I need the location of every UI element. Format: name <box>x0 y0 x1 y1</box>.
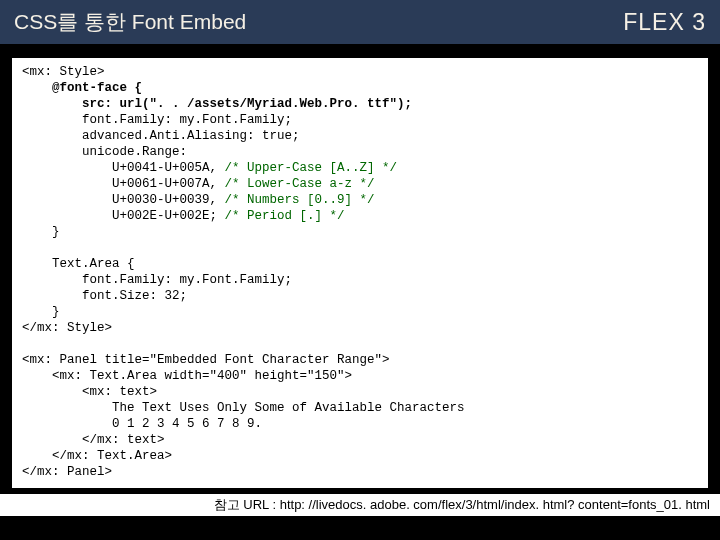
code-line: </mx: Text.Area> <box>52 449 172 463</box>
reference-url: 참고 URL : http: //livedocs. adobe. com/fl… <box>0 494 720 516</box>
code-line: <mx: Panel title="Embedded Font Characte… <box>22 353 390 367</box>
slide-header: CSS를 통한 Font Embed FLEX 3 <box>0 0 720 44</box>
code-line: </mx: Style> <box>22 321 112 335</box>
code-line: unicode.Range: <box>82 145 187 159</box>
code-line: } <box>52 305 60 319</box>
code-line: . . /assets/Myriad.Web.Pro. ttf" <box>157 97 397 111</box>
code-line: U+0030-U+0039, <box>112 193 217 207</box>
code-line: U+0041-U+005A, <box>112 161 217 175</box>
brand-label: FLEX 3 <box>623 9 706 36</box>
code-line: <mx: text> <box>82 385 157 399</box>
code-line: font.Family: my.Font.Family; <box>82 273 292 287</box>
code-block: <mx: Style> @font-face { src: url(". . /… <box>10 56 710 490</box>
code-line: src: url(" <box>82 97 157 111</box>
code-line: </mx: text> <box>82 433 165 447</box>
code-line: Text.Area { <box>52 257 135 271</box>
code-line: @font-face { <box>52 81 142 95</box>
code-comment: /* Period [.] */ <box>217 209 345 223</box>
code-line: </mx: Panel> <box>22 465 112 479</box>
code-line: U+0061-U+007A, <box>112 177 217 191</box>
code-comment: /* Numbers [0..9] */ <box>217 193 375 207</box>
code-line: } <box>52 225 60 239</box>
code-line: advanced.Anti.Aliasing: true; <box>82 129 300 143</box>
code-line: 0 1 2 3 4 5 6 7 8 9. <box>112 417 262 431</box>
code-line: U+002E-U+002E; <box>112 209 217 223</box>
code-line: <mx: Style> <box>22 65 105 79</box>
slide-title: CSS를 통한 Font Embed <box>14 8 246 36</box>
code-line: The Text Uses Only Some of Available Cha… <box>112 401 465 415</box>
code-line: font.Family: my.Font.Family; <box>82 113 292 127</box>
code-line: <mx: Text.Area width="400" height="150"> <box>52 369 352 383</box>
code-line: ); <box>397 97 412 111</box>
code-comment: /* Upper-Case [A..Z] */ <box>217 161 397 175</box>
code-line: font.Size: 32; <box>82 289 187 303</box>
code-comment: /* Lower-Case a-z */ <box>217 177 375 191</box>
